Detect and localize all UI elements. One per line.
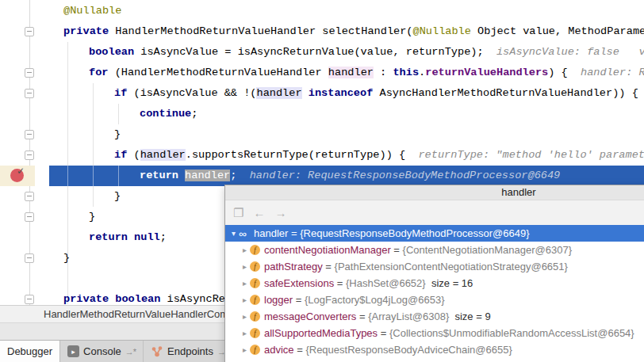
chevron-down-icon[interactable]: ▾: [228, 229, 239, 238]
variable-row[interactable]: ▸fallSupportedMediaTypes = {Collections$…: [225, 325, 644, 341]
tab-drag-hint-icon: →*: [125, 347, 136, 356]
tab-label: Endpoints: [167, 345, 213, 357]
fold-end-marker[interactable]: [25, 212, 34, 222]
variable-value: {RequestResponseBodyAdviceChain@6655}: [305, 344, 512, 356]
code-token: }: [114, 190, 121, 202]
code-token: handler: [140, 149, 186, 161]
fold-end-marker[interactable]: [25, 192, 34, 201]
variable-name: pathStrategy: [264, 261, 323, 272]
chevron-right-icon[interactable]: ▸: [240, 329, 250, 337]
chevron-right-icon[interactable]: ▸: [240, 279, 250, 288]
chevron-right-icon[interactable]: ▸: [240, 262, 250, 271]
fold-start-marker[interactable]: [25, 27, 34, 36]
variable-value: {ContentNegotiationManager@6307}: [403, 244, 572, 256]
chevron-right-icon[interactable]: ▸: [240, 246, 250, 254]
variable-name: messageConverters: [264, 311, 356, 322]
editor-gutter[interactable]: ✓: [0, 0, 49, 305]
variable-row[interactable]: ▸fadvice = {RequestResponseBodyAdviceCha…: [225, 341, 644, 358]
inline-debug-hint: handler: RequestResponseBodyMethodProces…: [250, 170, 561, 181]
popup-toolbar: ❐ ← →: [225, 200, 644, 225]
variable-name: handler: [254, 227, 288, 239]
equals-sign: =: [288, 227, 300, 239]
inline-debug-hint: isAsyncValue: false val: [496, 46, 644, 58]
forward-arrow-icon[interactable]: →: [274, 207, 286, 219]
equals-sign: =: [294, 344, 306, 356]
fold-start-marker[interactable]: [25, 89, 34, 98]
indent-guide-gap: [67, 166, 68, 186]
variables-tree: ▾∞handler = {RequestResponseBodyMethodPr…: [225, 225, 644, 358]
variable-name: contentNegotiationManager: [264, 244, 391, 256]
chevron-right-icon[interactable]: ▸: [240, 312, 250, 321]
code-token: private boolean: [63, 293, 160, 305]
popup-title-bar[interactable]: handler: [225, 185, 644, 200]
code-line: if (isAsyncValue && !(handler instanceof…: [49, 83, 644, 104]
equals-sign: =: [356, 311, 368, 322]
fold-start-marker[interactable]: [25, 68, 34, 78]
back-arrow-icon[interactable]: ←: [253, 207, 265, 219]
console-icon: ▸: [67, 345, 79, 357]
fold-end-marker[interactable]: [25, 253, 34, 263]
chevron-right-icon[interactable]: ▸: [240, 295, 250, 304]
tab-debugger[interactable]: Debugger: [0, 341, 60, 362]
inline-debug-hint: returnType: "method 'hello' paramete: [418, 149, 644, 161]
field-icon: f: [250, 345, 260, 355]
code-token: ;: [191, 108, 197, 120]
variable-value: {Collections$UnmodifiableRandomAccessLis…: [389, 327, 634, 339]
variable-name: logger: [264, 294, 293, 306]
code-token: return: [140, 170, 185, 181]
indent-guide-gap: [93, 166, 94, 186]
indent-guide-gap: [118, 166, 119, 186]
field-icon: f: [250, 245, 260, 255]
code-line: }: [49, 124, 644, 145]
field-icon: f: [250, 311, 260, 322]
equals-sign: =: [378, 327, 389, 339]
variable-row[interactable]: ▸flogger = {LogFactory$Log4jLog@6653}: [225, 292, 644, 308]
popup-title: handler: [501, 186, 535, 198]
field-icon: f: [250, 278, 260, 288]
endpoints-icon: [151, 345, 163, 358]
variable-value: {LogFactory$Log4jLog@6653}: [305, 294, 445, 306]
tab-console[interactable]: ▸Console→*: [60, 341, 144, 362]
collection-size: size = 9: [449, 311, 490, 322]
variable-row[interactable]: ▸fsafeExtensions = {HashSet@6652} size =…: [225, 275, 644, 292]
code-token: .supportsReturnType(returnType)) {: [186, 149, 419, 161]
code-token: private: [63, 25, 115, 37]
show-fields-icon[interactable]: ❐: [233, 207, 243, 219]
code-token: for: [89, 67, 108, 78]
code-token: this: [393, 67, 419, 78]
field-icon: f: [250, 328, 260, 338]
code-token: if: [114, 87, 127, 99]
code-token: HandlerMethodReturnValueHandler selectHa…: [115, 25, 412, 37]
variable-value: {PathExtensionContentNegotiationStrategy…: [335, 261, 568, 272]
fold-end-marker[interactable]: [25, 130, 34, 139]
variable-row[interactable]: ▸fpathStrategy = {PathExtensionContentNe…: [225, 258, 644, 275]
code-token: ) {: [548, 67, 581, 78]
code-line: @Nullable: [49, 1, 644, 21]
equals-sign: =: [293, 294, 305, 306]
code-line: if (handler.supportsReturnType(returnTyp…: [49, 145, 644, 166]
fold-start-marker[interactable]: [25, 295, 34, 304]
code-token: @Nullable: [413, 25, 471, 37]
code-token: ;: [230, 170, 249, 181]
code-token: (HandlerMethodReturnValueHandler: [108, 67, 328, 78]
variable-popup: handler ❐ ← → ▾∞handler = {RequestRespon…: [224, 185, 644, 362]
code-line: boolean isAsyncValue = isAsyncReturnValu…: [49, 42, 644, 63]
value-icon: ∞: [239, 227, 254, 240]
tab-label: Console: [83, 345, 121, 357]
code-token: }: [89, 211, 95, 223]
collection-size: size = 16: [426, 277, 473, 289]
code-token: isAsyncValue = isAsyncReturnValue(value,…: [134, 46, 496, 58]
code-token: handler: [256, 87, 301, 99]
variable-row[interactable]: ▸fcontentNegotiationManager = {ContentNe…: [225, 242, 644, 258]
code-line: private HandlerMethodReturnValueHandler …: [49, 21, 644, 42]
variable-row[interactable]: ▾∞handler = {RequestResponseBodyMethodPr…: [225, 225, 644, 242]
tab-endpoints[interactable]: Endpoints→*: [144, 341, 236, 362]
fold-start-marker[interactable]: [25, 151, 34, 160]
code-token: Object value, MethodParamete: [471, 25, 644, 37]
code-token: (isAsyncValue && !(: [127, 87, 256, 99]
chevron-right-icon[interactable]: ▸: [240, 345, 250, 354]
field-icon: f: [250, 261, 260, 272]
variable-row[interactable]: ▸fmessageConverters = {ArrayList@6308} s…: [225, 308, 644, 325]
breadcrumb-class-name: HandlerMethodReturnValueHandlerCom: [44, 308, 228, 320]
code-token: }: [114, 128, 121, 140]
